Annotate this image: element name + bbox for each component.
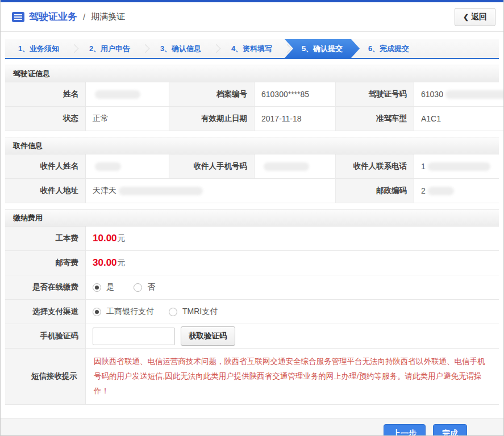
sms-code-row: 获取验证码 [86,324,499,349]
license-number-value: 61030 [414,82,504,107]
recipient-phone-prefix: 1 [421,162,426,171]
recipient-address-label: 收件人地址 [5,179,86,203]
radio-checked-icon[interactable] [93,283,101,292]
channel-icbc-option[interactable]: 工商银行支付 [93,307,154,317]
vehicle-class-label: 准驾车型 [336,107,414,131]
page: 驾驶证业务 / 期满换证 ❮ 返回 1、业务须知 2、用户申告 3、确认信息 4… [0,0,504,436]
license-info-title: 驾驶证信息 [5,65,499,82]
production-fee-label: 工本费 [5,227,86,251]
recipient-phone-label: 收件人联系电话 [336,154,414,179]
get-code-button[interactable]: 获取验证码 [181,326,235,346]
channel-icbc-label: 工商银行支付 [106,307,154,317]
online-pay-no-option[interactable]: 否 [134,282,155,292]
postage-fee-label: 邮寄费 [5,251,86,275]
license-number-label: 驾驶证号码 [336,82,414,107]
redacted-value [445,90,504,99]
postcode-value: 2 [414,179,499,203]
step-4-fill-data[interactable]: 4、资料填写 [218,39,285,58]
license-number-prefix: 61030 [421,90,443,99]
redacted-value [95,90,140,99]
production-fee-value: 10.00元 [86,227,499,251]
sms-notice-row: 因陕西省联通、电信运营商技术问题，陕西省互联网交通安全综合服务管理平台无法向持陕… [86,349,499,405]
redacted-value [264,162,309,171]
sms-notice-text: 因陕西省联通、电信运营商技术问题，陕西省互联网交通安全综合服务管理平台无法向持陕… [94,354,491,399]
postage-fee-unit: 元 [118,258,126,268]
recipient-mobile-value [255,154,336,179]
sms-notice-label: 短信接收提示 [5,349,86,405]
expiry-date-label: 有效期止日期 [169,107,255,131]
step-5-confirm-submit[interactable]: 5、确认提交 [285,39,360,58]
file-number-label: 档案编号 [169,82,255,107]
online-pay-no-label: 否 [147,282,155,292]
postage-fee-value: 30.00元 [86,251,499,275]
license-info-table: 姓名 档案编号 610300****85 驾驶证号码 61030 状态 正常 有… [5,82,499,131]
payment-channel-options: 工商银行支付 TMRI支付 [86,300,499,324]
page-title: 驾驶证业务 [29,10,77,23]
online-pay-label: 是否在线缴费 [5,275,86,300]
redacted-value [119,187,203,195]
channel-tmri-option[interactable]: TMRI支付 [169,307,218,317]
fees-table: 工本费 10.00元 邮寄费 30.00元 是否在线缴费 是 否 [5,227,499,405]
channel-tmri-label: TMRI支付 [182,307,218,317]
status-label: 状态 [5,107,86,131]
sms-code-input[interactable] [93,328,175,345]
back-button-label: 返回 [471,12,487,22]
finish-button[interactable]: 完成 [433,424,467,436]
step-6-complete-submit[interactable]: 6、完成提交 [355,39,422,58]
file-number-value: 610300****85 [255,82,336,107]
pickup-info-section: 取件信息 收件人姓名 收件人手机号码 收件人联系电话 1 收件人地址 天津天 邮… [5,137,499,203]
name-label: 姓名 [5,82,86,107]
production-fee-amount: 10.00 [93,233,117,244]
radio-checked-icon[interactable] [93,308,101,316]
list-icon [12,12,24,22]
redacted-value [95,162,121,171]
chevron-left-icon: ❮ [463,13,469,21]
fees-section: 缴纳费用 工本费 10.00元 邮寄费 30.00元 是否在线缴费 是 [5,209,499,405]
step-3-confirm-info[interactable]: 3、确认信息 [147,39,214,58]
payment-channel-label: 选择支付渠道 [5,300,86,324]
recipient-address-prefix: 天津天 [93,186,116,196]
pickup-info-title: 取件信息 [5,137,499,154]
breadcrumb-current: 期满换证 [91,11,125,22]
postcode-label: 邮政编码 [336,179,414,203]
step-1-business-notice[interactable]: 1、业务须知 [5,39,72,58]
postage-fee-amount: 30.00 [93,257,117,269]
vehicle-class-value: A1C1 [414,107,504,131]
previous-step-button[interactable]: 上一步 [384,424,426,436]
back-button[interactable]: ❮ 返回 [455,8,495,26]
step-wizard: 1、业务须知 2、用户申告 3、确认信息 4、资料填写 5、确认提交 6、完成提… [5,39,499,59]
online-pay-options: 是 否 [86,275,499,300]
expiry-date-value: 2017-11-18 [255,107,336,131]
online-pay-yes-option[interactable]: 是 [93,282,114,292]
redacted-value [428,187,454,195]
fees-title: 缴纳费用 [5,209,499,227]
sms-code-label: 手机验证码 [5,324,86,349]
license-info-section: 驾驶证信息 姓名 档案编号 610300****85 驾驶证号码 61030 状… [5,65,499,131]
radio-unchecked-icon[interactable] [134,283,142,292]
online-pay-yes-label: 是 [106,282,114,292]
recipient-name-label: 收件人姓名 [5,154,86,179]
breadcrumb-separator: / [83,12,85,22]
name-value [86,82,169,107]
header: 驾驶证业务 / 期满换证 ❮ 返回 [1,2,503,32]
production-fee-unit: 元 [118,233,126,244]
recipient-name-value [86,154,169,179]
recipient-address-value: 天津天 [86,179,336,203]
recipient-mobile-label: 收件人手机号码 [169,154,255,179]
step-2-user-declaration[interactable]: 2、用户申告 [76,39,143,58]
radio-unchecked-icon[interactable] [169,308,177,316]
footer-action-bar: 上一步 完成 [1,418,503,436]
recipient-phone-value: 1 [414,154,499,179]
redacted-value [428,162,490,171]
status-value: 正常 [86,107,169,131]
breadcrumb: 驾驶证业务 / 期满换证 [12,10,125,23]
postcode-prefix: 2 [421,186,426,195]
pickup-info-table: 收件人姓名 收件人手机号码 收件人联系电话 1 收件人地址 天津天 邮政编码 2 [5,154,499,203]
